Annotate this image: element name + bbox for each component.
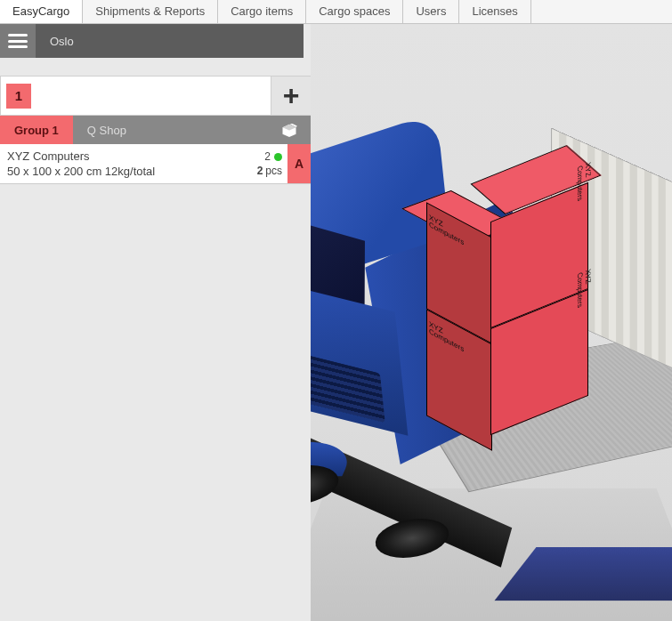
cargo-label: XYZ Computers [576, 162, 591, 214]
status-dot-icon [274, 153, 282, 161]
cargo-item-row[interactable]: XYZ Computers 50 x 100 x 200 cm 12kg/tot… [0, 144, 311, 184]
cargo-item-count-bot: 2 [257, 165, 263, 177]
cargo-item-meta: 2 2 pcs [257, 144, 287, 183]
top-nav: EasyCargo Shipments & Reports Cargo item… [0, 0, 672, 24]
nav-tab-easycargo[interactable]: EasyCargo [0, 0, 83, 23]
group-tab-secondary-label: Q Shop [87, 124, 126, 137]
cargo-item-unit: pcs [265, 165, 282, 177]
group-tab-secondary[interactable]: Q Shop [73, 116, 311, 144]
cargo-item-count-top: 2 [264, 150, 271, 163]
box-icon [280, 124, 296, 136]
cargo-item-name: XYZ Computers [7, 149, 250, 163]
group-tab-active[interactable]: Group 1 [0, 116, 73, 144]
nav-tab-shipments[interactable]: Shipments & Reports [83, 0, 218, 23]
nav-tab-cargo-items[interactable]: Cargo items [218, 0, 306, 23]
menu-button[interactable] [0, 24, 36, 58]
group-tabs: Group 1 Q Shop [0, 116, 311, 144]
plus-icon: + [283, 85, 300, 108]
hamburger-icon [8, 34, 28, 48]
container-row: 1 + [0, 76, 336, 116]
add-container-button[interactable]: + [271, 76, 312, 116]
session-name: Oslo [36, 35, 74, 48]
cargo-item-main: XYZ Computers 50 x 100 x 200 cm 12kg/tot… [0, 144, 257, 183]
nav-tab-cargo-spaces[interactable]: Cargo spaces [306, 0, 403, 23]
container-list[interactable]: 1 [0, 76, 271, 116]
nav-tab-licenses[interactable]: Licenses [459, 0, 530, 23]
cargo-item-dims: 50 x 100 x 200 cm 12kg/total [7, 165, 250, 178]
container-chip-active[interactable]: 1 [6, 84, 31, 109]
cargo-label: XYZ Computers [576, 269, 591, 310]
3d-viewport[interactable]: XYZ Computers XYZ Computers XYZ Computer… [311, 24, 672, 621]
session-bar: Oslo [0, 24, 304, 58]
cargo-item-handle[interactable]: A [287, 144, 311, 183]
nav-tab-users[interactable]: Users [403, 0, 459, 23]
